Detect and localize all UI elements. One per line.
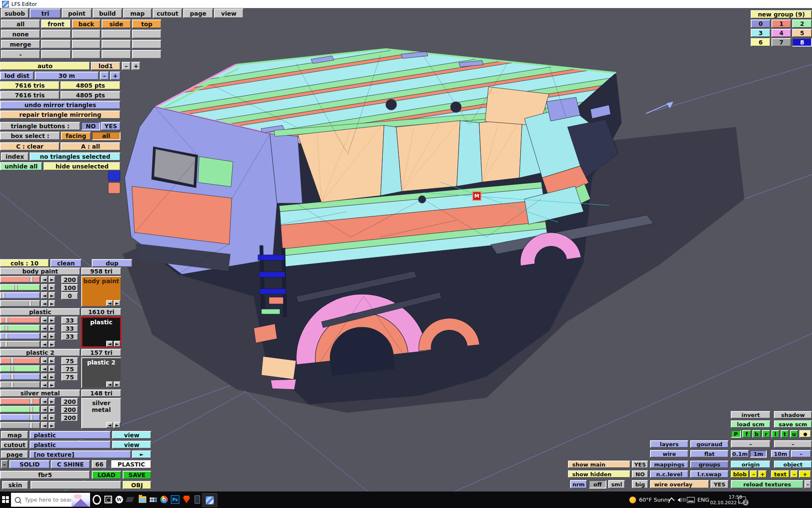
clear-shortcut-button[interactable]: C : clear: [0, 142, 60, 151]
select-merge[interactable]: merge: [1, 40, 40, 49]
arrow-right-icon[interactable]: ►: [49, 276, 55, 283]
arrow-right-icon[interactable]: ►: [49, 325, 55, 331]
viewport-3d[interactable]: [0, 0, 812, 491]
wire-button[interactable]: wire: [650, 450, 689, 458]
blue-value[interactable]: 0: [61, 292, 78, 300]
surface-minus-button[interactable]: –: [1, 460, 8, 469]
select-none[interactable]: none: [1, 30, 40, 39]
text-button[interactable]: text: [771, 470, 790, 478]
load-scm-button[interactable]: load scm: [731, 420, 771, 428]
mirror-marker[interactable]: M: [472, 191, 481, 201]
clean-button[interactable]: clean: [50, 259, 82, 267]
select-minus[interactable]: -: [1, 50, 40, 59]
select-side[interactable]: side: [102, 19, 131, 28]
cutout-view-button[interactable]: view: [112, 441, 151, 449]
map-view-button[interactable]: view: [112, 431, 151, 439]
arrow-right-icon[interactable]: ►: [114, 300, 121, 306]
arrow-right-icon[interactable]: ►: [49, 381, 55, 388]
arrow-left-icon[interactable]: ◄: [41, 317, 48, 323]
view-r-button[interactable]: r: [762, 430, 770, 438]
lod-dist-value[interactable]: 30 m: [35, 72, 99, 80]
nclevel-button[interactable]: n.c.level: [650, 470, 689, 478]
material-name[interactable]: silver metal: [0, 389, 80, 397]
box-select-all[interactable]: all: [92, 132, 121, 140]
nrm-big-button[interactable]: big: [632, 480, 648, 489]
arrow-right-icon[interactable]: ►: [49, 422, 55, 429]
index-button[interactable]: index: [1, 152, 29, 161]
triangle-buttons-yes[interactable]: YES: [101, 122, 121, 130]
file-explorer-icon[interactable]: [138, 495, 147, 504]
opera-icon[interactable]: [92, 495, 102, 504]
unhide-all-button[interactable]: unhide all: [0, 162, 42, 171]
calculator-icon[interactable]: [148, 495, 158, 504]
group-6[interactable]: 6: [751, 38, 771, 47]
slider-thumb[interactable]: [11, 366, 14, 371]
layers-button[interactable]: layers: [650, 440, 689, 448]
map-value[interactable]: plastic: [30, 431, 111, 439]
select-cell[interactable]: [132, 40, 162, 49]
wikipedia-icon[interactable]: W: [115, 495, 124, 504]
select-cell[interactable]: [41, 40, 71, 49]
undo-mirror-button[interactable]: undo mirror triangles: [0, 101, 121, 109]
green-slider[interactable]: [0, 325, 40, 331]
menu-view[interactable]: view: [214, 8, 244, 18]
arrow-left-icon[interactable]: ◄: [41, 381, 48, 388]
arrow-right-icon[interactable]: ►: [49, 341, 55, 348]
skin-label[interactable]: skin: [2, 481, 28, 489]
file-name[interactable]: fbr5: [0, 471, 90, 479]
arrow-right-icon[interactable]: ►: [114, 381, 121, 387]
lod-plus-button[interactable]: +: [132, 62, 140, 70]
arrow-left-icon[interactable]: ◄: [41, 284, 48, 291]
wire-overlay-button[interactable]: wire overlay: [650, 480, 709, 489]
show-main-yes[interactable]: YES: [632, 461, 648, 468]
save-button[interactable]: SAVE: [123, 471, 151, 479]
material-name[interactable]: plastic: [0, 308, 80, 316]
cutout-label[interactable]: cutout: [1, 441, 28, 449]
cshine-button[interactable]: C SHINE: [51, 460, 90, 469]
green-value[interactable]: 75: [61, 365, 78, 373]
menu-map[interactable]: map: [123, 8, 152, 18]
select-cell[interactable]: [102, 40, 131, 49]
nrm-label[interactable]: nrm: [570, 480, 587, 489]
weather-tray[interactable]: 60°F Sunny: [629, 491, 671, 508]
slider-thumb[interactable]: [30, 277, 33, 282]
select-cell[interactable]: [41, 50, 71, 59]
select-all[interactable]: all: [1, 19, 40, 28]
red-value[interactable]: 200: [61, 276, 78, 284]
slider-thumb[interactable]: [29, 423, 33, 428]
arrow-left-icon[interactable]: ◄: [41, 300, 48, 307]
arrow-left-icon[interactable]: ◄: [41, 365, 48, 372]
arrow-right-icon[interactable]: ►: [49, 398, 55, 405]
page-label[interactable]: page: [1, 450, 28, 458]
slider-thumb[interactable]: [30, 399, 33, 404]
arrow-left-icon[interactable]: ◄: [41, 292, 48, 299]
menu-build[interactable]: build: [93, 8, 122, 18]
select-front[interactable]: front: [41, 19, 71, 28]
shine-value[interactable]: 66: [92, 460, 107, 469]
new-group-header[interactable]: new group (9): [751, 10, 812, 19]
red-value[interactable]: 200: [61, 398, 78, 406]
chrome-icon[interactable]: [159, 495, 169, 504]
arrow-right-icon[interactable]: ►: [49, 414, 55, 421]
arrow-left-icon[interactable]: ◄: [41, 325, 48, 331]
red-slider[interactable]: [0, 317, 40, 323]
page-next-icon[interactable]: ►: [132, 450, 151, 458]
arrow-right-icon[interactable]: ►: [49, 300, 55, 307]
arrow-right-icon[interactable]: ►: [49, 284, 55, 291]
select-top[interactable]: top: [132, 19, 162, 28]
search-input[interactable]: [24, 496, 72, 503]
slider-thumb[interactable]: [11, 358, 14, 363]
arrow-left-icon[interactable]: ◄: [106, 300, 113, 306]
red-slider[interactable]: [0, 276, 40, 283]
gouraud-button[interactable]: gouraud: [690, 440, 729, 448]
lod-auto-button[interactable]: auto: [0, 62, 90, 70]
load-button[interactable]: LOAD: [92, 471, 121, 479]
slider-thumb[interactable]: [4, 342, 8, 347]
language-tray[interactable]: ENG: [697, 491, 709, 508]
slider-thumb[interactable]: [5, 334, 8, 339]
triangle-buttons-no[interactable]: NO: [81, 122, 100, 130]
material-name[interactable]: body paint: [0, 268, 80, 275]
save-scm-button[interactable]: save scm: [774, 420, 812, 428]
arrow-left-icon[interactable]: ◄: [106, 422, 113, 428]
slider-thumb[interactable]: [2, 293, 5, 298]
